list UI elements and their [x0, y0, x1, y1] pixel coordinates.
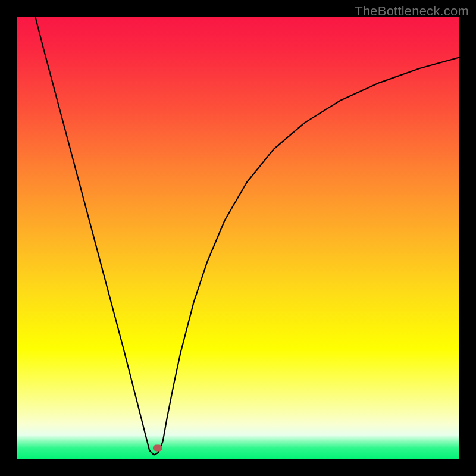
optimal-marker — [153, 445, 162, 452]
chart-frame: TheBottleneck.com — [0, 0, 476, 476]
watermark-text: TheBottleneck.com — [355, 4, 469, 19]
plot-area — [17, 17, 459, 459]
bottleneck-curve — [17, 17, 459, 459]
